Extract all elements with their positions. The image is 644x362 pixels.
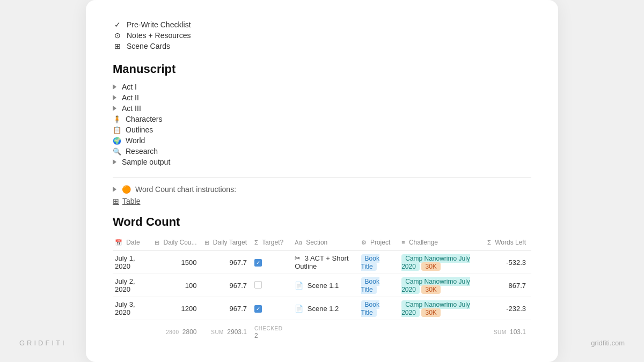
cell-count-3: 1200 [152, 297, 202, 320]
cell-target-2: 967.7 [202, 274, 252, 297]
nav-label-scene-cards: Scene Cards [127, 42, 170, 50]
challenge-size-badge-2: 30K [421, 285, 440, 294]
project-col-icon: ⚙ [361, 239, 367, 246]
research-label: Research [126, 147, 158, 156]
cell-section-2: 📄 Scene 1.1 [292, 274, 358, 297]
act1-label: Act I [122, 83, 137, 91]
checkbox-true-icon: ✓ [254, 259, 262, 267]
manuscript-list: Act I Act II Act III 🧍 Characters 📋 Outl… [113, 82, 531, 167]
cell-project-3: Book Title [359, 297, 400, 320]
col-project: ⚙ Project [359, 237, 400, 251]
table-row: July 1, 2020 1500 967.7 ✓ ✂ 3 ACT + Shor… [113, 251, 531, 274]
sum-words-left: SUM 103.1 [485, 320, 531, 343]
date-col-icon: 📅 [115, 239, 122, 246]
section-icon-3: 📄 [295, 305, 303, 313]
sum-label-checked: CHECKED [254, 326, 282, 331]
col-challenge: ≡ Challenge [399, 237, 485, 251]
project-badge-2: Book Title [361, 277, 379, 294]
manuscript-item-act3[interactable]: Act III [113, 103, 531, 114]
cell-target-3: 967.7 [202, 297, 252, 320]
word-count-table: 📅 Date ⊞ Daily Cou... ⊞ Daily Target Σ T… [113, 237, 531, 343]
table-header-row: 📅 Date ⊞ Daily Cou... ⊞ Daily Target Σ T… [113, 237, 531, 251]
col-section: Aα Section [292, 237, 358, 251]
cell-project-1: Book Title [359, 251, 400, 274]
col-daily-target: ⊞ Daily Target [202, 237, 252, 251]
sum-empty-2 [292, 320, 358, 343]
manuscript-item-world[interactable]: 🌍 World [113, 135, 531, 146]
triangle-icon-act3 [113, 106, 116, 111]
manuscript-item-research[interactable]: 🔍 Research [113, 146, 531, 157]
manuscript-item-sample[interactable]: Sample output [113, 157, 531, 167]
project-badge-3: Book Title [361, 300, 379, 317]
table-link-label: Table [122, 197, 140, 205]
table-grid-icon: ⊞ [113, 197, 119, 205]
sum-label-wordsleft: SUM [494, 329, 507, 335]
world-label: World [126, 136, 145, 145]
act3-label: Act III [122, 104, 141, 113]
cell-checked-1: ✓ [252, 251, 292, 274]
brand-left: GRIDFITI [19, 339, 67, 347]
nav-item-scene-cards[interactable]: ⊞ Scene Cards [113, 41, 531, 51]
wc-instructions-label: Word Count chart instructions: [135, 185, 236, 194]
col-date: 📅 Date [113, 237, 152, 251]
manuscript-item-act2[interactable]: Act II [113, 92, 531, 103]
col-target: Σ Target? [252, 237, 292, 251]
table-link[interactable]: ⊞ Table [113, 197, 531, 205]
checkbox-false-icon [254, 281, 262, 289]
orange-dot-icon: 🟠 [122, 185, 131, 194]
cell-challenge-3: Camp Nanowrimo July 2020 30K [399, 297, 485, 320]
section-col-icon: Aα [295, 239, 302, 246]
world-icon: 🌍 [113, 137, 121, 145]
nav-item-notes[interactable]: ⊙ Notes + Resources [113, 30, 531, 41]
daily-target-col-icon: ⊞ [204, 239, 209, 246]
triangle-icon-wc [113, 187, 116, 192]
cell-date-2: July 2, 2020 [113, 274, 152, 297]
triangle-icon-act1 [113, 84, 116, 90]
cell-section-3: 📄 Scene 1.2 [292, 297, 358, 320]
table-row: July 2, 2020 100 967.7 📄 Scene 1.1 Book … [113, 274, 531, 297]
sample-label: Sample output [122, 158, 170, 166]
manuscript-item-outlines[interactable]: 📋 Outlines [113, 124, 531, 135]
table-row: July 3, 2020 1200 967.7 ✓ 📄 Scene 1.2 Bo… [113, 297, 531, 320]
col-daily-count: ⊞ Daily Cou... [152, 237, 202, 251]
manuscript-item-characters[interactable]: 🧍 Characters [113, 114, 531, 124]
section-icon-1: ✂ [295, 254, 301, 262]
sum-empty-3 [359, 320, 400, 343]
nav-item-prewrite[interactable]: ✓ Pre-Write Checklist [113, 19, 531, 30]
grid-icon: ⊞ [113, 42, 122, 50]
table-sum-row: 2800 2800 SUM 2903.1 CHECKED 2 SUM 103.1 [113, 320, 531, 343]
cell-target-1: 967.7 [202, 251, 252, 274]
main-card: ✓ Pre-Write Checklist ⊙ Notes + Resource… [86, 0, 558, 362]
characters-icon: 🧍 [113, 115, 121, 123]
checkbox-true-icon-3: ✓ [254, 305, 262, 313]
manuscript-title: Manuscript [113, 62, 531, 76]
sum-count: 2800 2800 [152, 320, 202, 343]
cell-count-1: 1500 [152, 251, 202, 274]
col-words-left: Σ Words Left [485, 237, 531, 251]
outlines-icon: 📋 [113, 126, 121, 134]
challenge-col-icon: ≡ [401, 239, 405, 246]
cell-date-3: July 3, 2020 [113, 297, 152, 320]
cell-checked-2 [252, 274, 292, 297]
project-badge-1: Book Title [361, 254, 379, 271]
cell-project-2: Book Title [359, 274, 400, 297]
manuscript-item-act1[interactable]: Act I [113, 82, 531, 92]
act2-label: Act II [122, 93, 139, 102]
sum-label-count: 2800 [166, 329, 179, 335]
divider-1 [113, 177, 531, 178]
words-left-col-icon: Σ [487, 239, 491, 246]
research-icon: 🔍 [113, 147, 121, 156]
triangle-icon-act2 [113, 95, 116, 100]
cell-challenge-1: Camp Nanowrimo July 2020 30K [399, 251, 485, 274]
challenge-size-badge-1: 30K [421, 262, 440, 271]
cell-challenge-2: Camp Nanowrimo July 2020 30K [399, 274, 485, 297]
triangle-icon-sample [113, 159, 116, 165]
sum-checked: CHECKED 2 [252, 320, 292, 343]
wc-title: Word Count [113, 215, 531, 229]
check-icon: ✓ [113, 20, 122, 29]
cell-date-1: July 1, 2020 [113, 251, 152, 274]
characters-label: Characters [126, 115, 162, 123]
cell-checked-3: ✓ [252, 297, 292, 320]
brand-right: gridfiti.com [591, 339, 625, 347]
sum-label-target: SUM [211, 329, 224, 335]
